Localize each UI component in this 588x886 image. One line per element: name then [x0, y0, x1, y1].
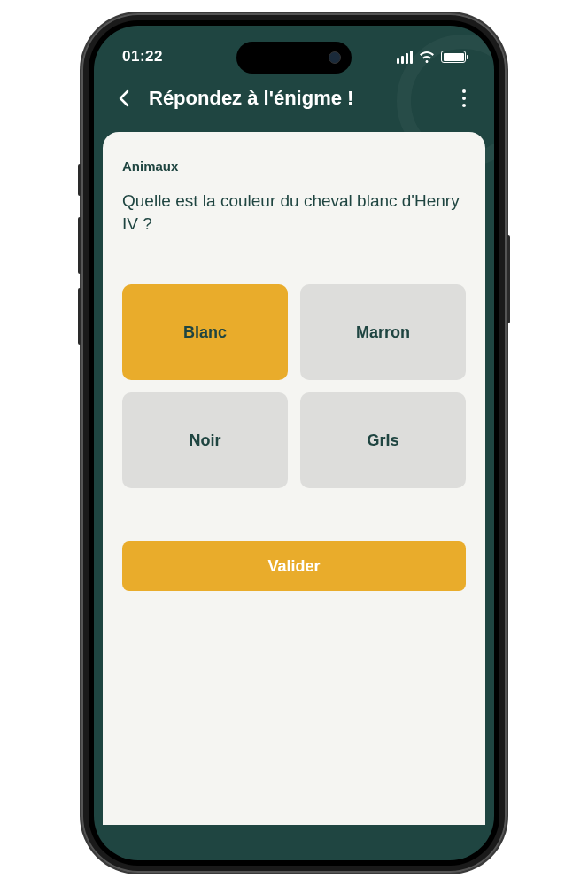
- page-title: Répondez à l'énigme !: [149, 87, 452, 110]
- option-3[interactable]: Noir: [122, 392, 288, 488]
- quiz-question: Quelle est la couleur du cheval blanc d'…: [122, 190, 466, 235]
- chevron-left-icon: [119, 89, 129, 107]
- dynamic-island: [236, 42, 352, 74]
- options-grid: Blanc Marron Noir GrIs: [122, 284, 466, 488]
- validate-label: Valider: [267, 557, 320, 575]
- screen: 01:22: [94, 26, 494, 860]
- cellular-signal-icon: [397, 51, 413, 64]
- phone-power-button: [507, 235, 510, 323]
- dot-icon: [462, 97, 466, 100]
- option-label: Noir: [190, 431, 221, 450]
- battery-icon: [441, 51, 466, 63]
- phone-volume-up: [78, 217, 81, 274]
- app-header: Répondez à l'énigme !: [94, 75, 494, 132]
- validate-button[interactable]: Valider: [122, 541, 466, 591]
- wifi-icon: [419, 51, 435, 63]
- dot-icon: [462, 104, 466, 107]
- status-indicators: [397, 51, 466, 64]
- option-label: GrIs: [367, 431, 398, 450]
- more-options-button[interactable]: [452, 86, 476, 111]
- option-4[interactable]: GrIs: [300, 392, 466, 488]
- phone-mute-switch: [78, 164, 81, 196]
- option-label: Blanc: [183, 323, 227, 342]
- front-camera: [329, 51, 341, 64]
- back-button[interactable]: [112, 86, 136, 111]
- status-time: 01:22: [122, 48, 163, 66]
- quiz-category: Animaux: [122, 159, 466, 174]
- phone-frame: 01:22: [81, 13, 507, 873]
- option-label: Marron: [356, 323, 410, 342]
- quiz-card: Animaux Quelle est la couleur du cheval …: [103, 132, 485, 825]
- option-2[interactable]: Marron: [300, 284, 466, 380]
- option-1[interactable]: Blanc: [122, 284, 288, 380]
- dot-icon: [462, 89, 466, 93]
- phone-volume-down: [78, 288, 81, 345]
